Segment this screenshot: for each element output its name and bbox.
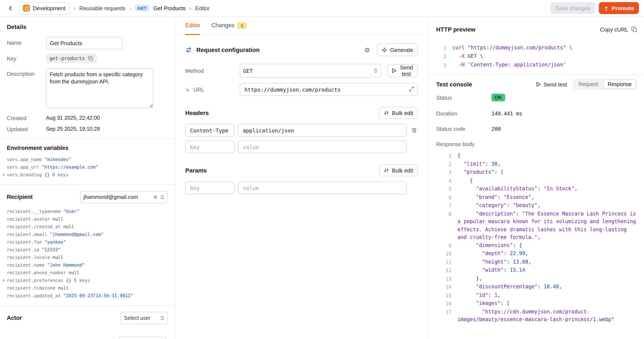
details-title: Details	[7, 24, 168, 30]
param-value-input[interactable]	[238, 182, 407, 194]
recipient-vars-list: recipient.__typename"User"recipient.avat…	[7, 208, 168, 300]
variable-value: "12333"	[42, 246, 61, 254]
back-button[interactable]	[5, 3, 15, 13]
response-code-text: "id": 1,	[458, 291, 637, 300]
response-code-text: "https://cdn.dummyjson.com/product-image…	[458, 308, 637, 324]
response-code-text: "height": 13.08,	[458, 258, 637, 266]
variable-row: recipient.id"12333"	[7, 246, 168, 254]
variable-meta: 5 keys	[74, 276, 90, 284]
chevron-up-down-icon	[160, 315, 164, 320]
params-bulk-edit-button[interactable]: Bulk edit	[379, 164, 418, 176]
clipped-select[interactable]	[119, 337, 166, 339]
header-value-input[interactable]	[238, 124, 407, 137]
method-badge: GET	[135, 5, 149, 12]
response-line: 3 "products": [	[440, 168, 637, 176]
save-changes-button[interactable]: Save changes	[550, 2, 596, 14]
send-test-button[interactable]: Send test	[387, 64, 418, 77]
clear-icon[interactable]	[153, 195, 158, 199]
promote-button[interactable]: Promote	[599, 2, 639, 14]
toggle-response[interactable]: Response	[603, 80, 636, 89]
generate-button[interactable]: Generate	[377, 44, 418, 56]
header-value-input[interactable]	[238, 140, 407, 153]
variable-row: recipient.avatarnull	[7, 215, 168, 223]
variable-key: recipient.updated_at	[7, 292, 61, 300]
swap-arrows-icon	[185, 46, 192, 53]
description-textarea[interactable]: Fetch products from a specific category …	[46, 68, 153, 108]
editor-content: Request configuration ⚙ Generate Method …	[175, 35, 428, 206]
variable-row: recipient.email"jhammond@gmail.com"	[7, 230, 168, 238]
breadcrumb-reusable-requests[interactable]: Reusable requests	[80, 5, 126, 11]
variable-row: recipient.localenull	[7, 254, 168, 261]
variable-value: "https://example.com"	[42, 163, 98, 171]
sparkle-icon	[382, 47, 387, 52]
expand-icon[interactable]	[408, 86, 414, 92]
console-send-test-button[interactable]: Send test	[536, 81, 567, 88]
variable-row[interactable]: ›vars.branding{}0 keys	[7, 171, 168, 178]
details-sidebar: Details Name Key get-products Descriptio…	[0, 16, 175, 339]
tab-editor[interactable]: Editor	[185, 16, 200, 35]
environment-icon	[23, 5, 30, 12]
line-number: 7	[440, 202, 452, 210]
line-number: 1	[436, 44, 446, 52]
topbar-actions: Save changes Promote	[550, 2, 639, 14]
copy-curl-button[interactable]: Copy cURL	[600, 26, 637, 32]
copy-key-button[interactable]	[88, 55, 94, 61]
variable-key: recipient.email	[7, 230, 47, 238]
tab-changes[interactable]: Changes 1	[212, 16, 247, 35]
variable-key: recipient.created_at	[7, 223, 61, 230]
key-value-pill: get-products	[46, 54, 97, 63]
name-input[interactable]	[46, 37, 123, 50]
line-number: 16	[440, 300, 452, 308]
chevron-right-icon[interactable]: ›	[2, 276, 5, 284]
response-code-text: {	[458, 176, 637, 185]
variable-value: "John Hammond"	[47, 261, 85, 269]
response-line: 8 "description": "The Essence Mascara La…	[440, 210, 637, 241]
recipient-select[interactable]: jhammond@gmail.com	[80, 191, 168, 203]
line-number: 2	[440, 160, 452, 168]
variable-key: recipient.timezone	[7, 284, 55, 292]
actor-select[interactable]: Select user	[120, 312, 168, 324]
updated-label: Updated	[7, 126, 46, 132]
variable-value: null	[63, 223, 74, 230]
url-input[interactable]	[240, 83, 418, 96]
response-body-label: Response body	[436, 141, 637, 147]
trash-icon[interactable]	[410, 126, 418, 134]
response-line: 13 },	[440, 274, 637, 283]
divider	[0, 305, 175, 306]
editor-panel: Editor Changes 1 Request configuration ⚙	[175, 16, 428, 339]
header-key-input[interactable]	[185, 140, 235, 153]
clipped-bottom-row	[7, 337, 168, 339]
toggle-request[interactable]: Request	[574, 80, 603, 89]
gear-icon[interactable]: ⚙	[364, 47, 370, 53]
response-code-text: {	[458, 152, 637, 160]
response-line: 11 "height": 13.08,	[440, 258, 637, 266]
variable-value: {}	[66, 276, 71, 284]
param-key-input[interactable]	[185, 182, 235, 194]
headers-title: Headers	[185, 110, 209, 116]
status-code-label: Status code	[436, 126, 492, 132]
line-number: 11	[440, 258, 452, 266]
header-row-empty	[185, 140, 418, 153]
response-line: 17 "https://cdn.dummyjson.com/product-im…	[440, 308, 637, 324]
headers-bulk-edit-button[interactable]: Bulk edit	[379, 107, 418, 119]
chevron-right-icon[interactable]: ›	[2, 171, 5, 178]
breadcrumb-request-name[interactable]: Get Products	[153, 5, 186, 11]
variable-key: recipient.id	[7, 246, 39, 254]
response-line: 6 "brand": "Essence",	[440, 193, 637, 202]
header-key-input[interactable]	[185, 124, 235, 137]
variable-row[interactable]: ›recipient.preferences{}5 keys	[7, 276, 168, 284]
editor-tabbar: Editor Changes 1	[175, 16, 428, 35]
variable-key: recipient.__typename	[7, 208, 61, 215]
variable-value: "yankee"	[44, 238, 66, 246]
curl-line: 1curl "https://dummyjson.com/products" \	[436, 44, 637, 52]
method-select[interactable]: GET	[240, 64, 381, 78]
test-console-title: Test console	[436, 81, 536, 88]
response-code-text: "products": [	[458, 168, 637, 176]
variable-row: recipient.fan"yankee"	[7, 238, 168, 246]
response-line: 7 "category": "beauty",	[440, 202, 637, 210]
response-line: 14 "discountPercentage": 10.48,	[440, 283, 637, 291]
variable-key: recipient.locale	[7, 254, 50, 261]
variable-key: vars.app_url	[7, 163, 39, 171]
line-number: 15	[440, 291, 452, 300]
environment-selector[interactable]: Development	[19, 2, 70, 14]
